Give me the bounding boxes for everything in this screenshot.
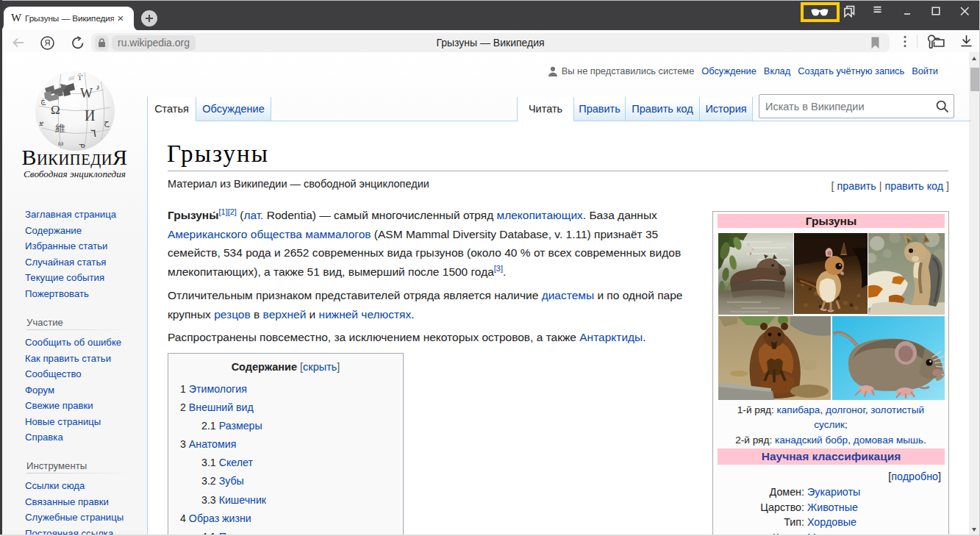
svg-text:ϔ: ϔ [77,74,83,82]
svg-text:И: И [85,107,95,124]
svg-text:٦: ٦ [90,127,96,139]
svg-text:維: 維 [55,123,65,134]
svg-text:Я: Я [45,38,51,47]
svg-text:Ω: Ω [51,103,60,117]
svg-text:ۅ: ۅ [96,80,99,90]
svg-text:W: W [80,86,93,101]
svg-text:ڿ: ڿ [40,96,46,105]
svg-text:ܨ: ܨ [38,116,44,126]
svg-text:ح: ح [104,117,110,127]
